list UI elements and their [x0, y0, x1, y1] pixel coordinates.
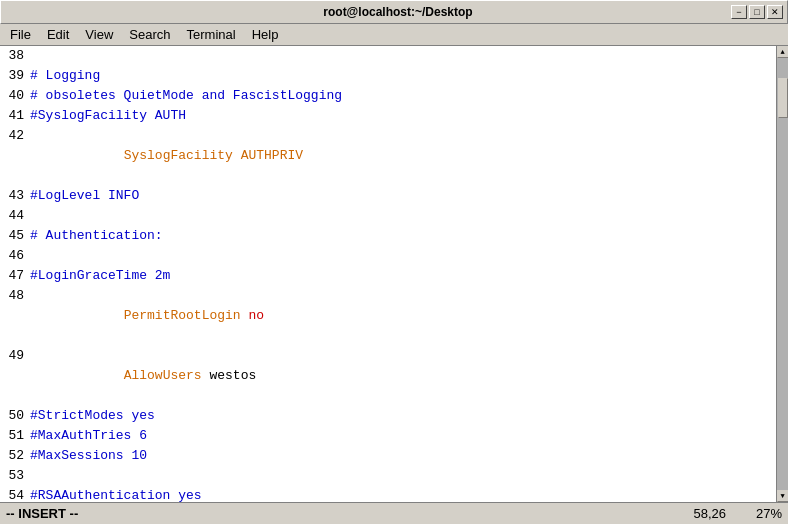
line-text: #MaxAuthTries 6 [30, 426, 776, 446]
statusbar: -- INSERT -- 58,26 27% [0, 502, 788, 524]
menu-help[interactable]: Help [244, 25, 287, 44]
line-number: 41 [0, 106, 30, 126]
line-number: 42 [0, 126, 30, 186]
line-number: 38 [0, 46, 30, 66]
close-button[interactable]: ✕ [767, 5, 783, 19]
line-54: 54 #RSAAuthentication yes [0, 486, 776, 502]
line-43: 43 #LogLevel INFO [0, 186, 776, 206]
line-text: SyslogFacility AUTHPRIV [30, 126, 776, 186]
line-40: 40 # obsoletes QuietMode and FascistLogg… [0, 86, 776, 106]
line-number: 45 [0, 226, 30, 246]
line-text: PermitRootLogin no [30, 286, 776, 346]
titlebar: root@localhost:~/Desktop − □ ✕ [0, 0, 788, 24]
line-53: 53 [0, 466, 776, 486]
window-title: root@localhost:~/Desktop [65, 5, 731, 19]
line-46: 46 [0, 246, 776, 266]
scroll-percent: 27% [756, 506, 782, 521]
line-38: 38 [0, 46, 776, 66]
line-number: 40 [0, 86, 30, 106]
line-number: 44 [0, 206, 30, 226]
scroll-down-arrow[interactable]: ▼ [777, 490, 789, 502]
line-52: 52 #MaxSessions 10 [0, 446, 776, 466]
line-text: #MaxSessions 10 [30, 446, 776, 466]
status-right: 58,26 27% [693, 506, 782, 521]
cursor-position: 58,26 [693, 506, 726, 521]
line-text [30, 246, 776, 266]
line-text [30, 466, 776, 486]
line-number: 51 [0, 426, 30, 446]
line-45: 45 # Authentication: [0, 226, 776, 246]
line-39: 39 # Logging [0, 66, 776, 86]
line-50: 50 #StrictModes yes [0, 406, 776, 426]
menubar: File Edit View Search Terminal Help [0, 24, 788, 46]
line-number: 49 [0, 346, 30, 406]
line-number: 54 [0, 486, 30, 502]
menu-search[interactable]: Search [121, 25, 178, 44]
editor-wrapper: 38 39 # Logging 40 # obsoletes QuietMode… [0, 46, 788, 502]
line-number: 53 [0, 466, 30, 486]
vim-mode: -- INSERT -- [6, 506, 78, 521]
line-number: 52 [0, 446, 30, 466]
line-41: 41 #SyslogFacility AUTH [0, 106, 776, 126]
line-51: 51 #MaxAuthTries 6 [0, 426, 776, 446]
line-text: #RSAAuthentication yes [30, 486, 776, 502]
titlebar-buttons: − □ ✕ [731, 5, 783, 19]
line-number: 47 [0, 266, 30, 286]
line-44: 44 [0, 206, 776, 226]
editor-content: 38 39 # Logging 40 # obsoletes QuietMode… [0, 46, 776, 502]
line-text: #SyslogFacility AUTH [30, 106, 776, 126]
line-text: # Logging [30, 66, 776, 86]
editor-main[interactable]: 38 39 # Logging 40 # obsoletes QuietMode… [0, 46, 776, 502]
line-42: 42 SyslogFacility AUTHPRIV [0, 126, 776, 186]
line-number: 39 [0, 66, 30, 86]
line-text: # Authentication: [30, 226, 776, 246]
scroll-thumb[interactable] [778, 78, 788, 118]
line-text: #LogLevel INFO [30, 186, 776, 206]
line-number: 50 [0, 406, 30, 426]
line-48: 48 PermitRootLogin no [0, 286, 776, 346]
scroll-track[interactable] [777, 58, 789, 490]
vertical-scrollbar[interactable]: ▲ ▼ [776, 46, 788, 502]
maximize-button[interactable]: □ [749, 5, 765, 19]
line-text: #StrictModes yes [30, 406, 776, 426]
minimize-button[interactable]: − [731, 5, 747, 19]
menu-edit[interactable]: Edit [39, 25, 77, 44]
line-number: 48 [0, 286, 30, 346]
line-text [30, 206, 776, 226]
menu-view[interactable]: View [77, 25, 121, 44]
line-number: 43 [0, 186, 30, 206]
line-47: 47 #LoginGraceTime 2m [0, 266, 776, 286]
line-text [30, 46, 776, 66]
line-text: # obsoletes QuietMode and FascistLogging [30, 86, 776, 106]
scroll-up-arrow[interactable]: ▲ [777, 46, 789, 58]
line-49: 49 AllowUsers westos [0, 346, 776, 406]
line-text: AllowUsers westos [30, 346, 776, 406]
menu-terminal[interactable]: Terminal [179, 25, 244, 44]
line-number: 46 [0, 246, 30, 266]
line-text: #LoginGraceTime 2m [30, 266, 776, 286]
editor[interactable]: 38 39 # Logging 40 # obsoletes QuietMode… [0, 46, 776, 502]
menu-file[interactable]: File [2, 25, 39, 44]
